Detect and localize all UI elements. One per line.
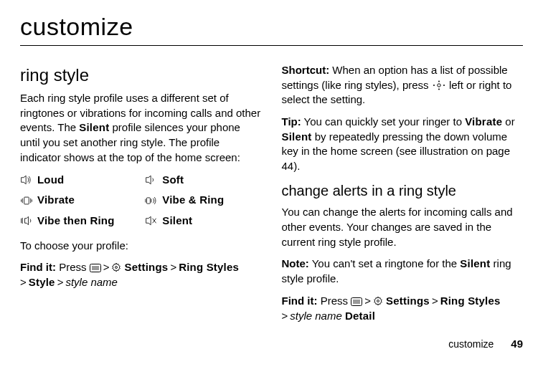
style-label: Loud: [37, 173, 64, 188]
silent-icon: [145, 216, 158, 226]
path-ring-styles: Ring Styles: [179, 261, 239, 273]
path-ring-styles: Ring Styles: [440, 295, 501, 307]
tip-para: Tip: You can quickly set your ringer to …: [282, 115, 524, 174]
right-column: Shortcut: When an option has a list of p…: [282, 63, 524, 330]
sep: >: [430, 295, 440, 307]
page-number: 49: [511, 338, 523, 350]
tip-or: or: [502, 115, 515, 128]
left-column: ring style Each ring style profile uses …: [20, 63, 262, 330]
press-word: Press: [56, 261, 90, 273]
find-it-left: Find it: Press > Settings>Ring Styles>St…: [20, 260, 262, 290]
vibe-ring-icon: [145, 196, 158, 206]
choose-profile-text: To choose your profile:: [20, 239, 262, 254]
note-silent: Silent: [460, 257, 490, 269]
change-alerts-heading: change alerts in a ring style: [282, 181, 524, 201]
sep: >: [101, 261, 112, 273]
note-para: Note: You can't set a ringtone for the S…: [282, 257, 524, 286]
find-it-label: Find it:: [20, 261, 56, 273]
title-rule: [20, 45, 523, 46]
path-style-name: style name: [65, 276, 118, 288]
press-word: Press: [317, 295, 351, 307]
footer-section: customize: [448, 338, 494, 350]
style-vibe-then-ring: Vibe then Ring: [20, 214, 136, 229]
sep: >: [362, 295, 373, 307]
path-style-name: style name: [290, 310, 342, 322]
style-label: Vibe & Ring: [162, 193, 224, 208]
settings-icon: [373, 296, 383, 306]
vibe-then-ring-icon: [20, 216, 33, 226]
menu-key-icon: [351, 297, 362, 306]
style-silent: Silent: [145, 214, 261, 229]
ring-styles-grid: Loud Soft Vibrate Vibe & Ring Vibe then …: [20, 173, 262, 229]
vibrate-icon: [20, 196, 33, 206]
soft-icon: [145, 175, 158, 185]
style-label: Vibrate: [37, 193, 75, 208]
style-loud: Loud: [20, 173, 136, 188]
tip-silent: Silent: [282, 130, 312, 143]
shortcut-para: Shortcut: When an option has a list of p…: [282, 63, 524, 107]
tip-label: Tip:: [282, 115, 301, 128]
style-label: Silent: [162, 214, 192, 229]
nav-key-icon: [432, 80, 446, 90]
tip-a: You can quickly set your ringer to: [301, 115, 465, 128]
style-soft: Soft: [145, 173, 261, 188]
style-label: Vibe then Ring: [37, 214, 115, 229]
loud-icon: [20, 175, 33, 185]
path-settings: Settings: [386, 295, 430, 307]
sep: >: [282, 310, 291, 322]
path-style: Style: [29, 276, 55, 288]
sep: >: [20, 276, 29, 288]
sep: >: [168, 261, 179, 273]
ring-style-intro: Each ring style profile uses a different…: [20, 91, 262, 165]
shortcut-label: Shortcut:: [282, 64, 330, 76]
path-settings: Settings: [125, 261, 169, 273]
page-title: customize: [20, 13, 523, 41]
style-vibrate: Vibrate: [20, 193, 136, 208]
note-a: You can't set a ringtone for the: [309, 257, 461, 269]
ring-style-heading: ring style: [20, 63, 262, 87]
tip-vibrate: Vibrate: [465, 115, 502, 128]
change-alerts-intro: You can change the alerts for incoming c…: [282, 205, 524, 249]
tip-b: by repeatedly pressing the down volume k…: [282, 130, 511, 172]
settings-icon: [111, 262, 121, 272]
path-detail: Detail: [345, 310, 375, 322]
find-it-label: Find it:: [282, 295, 318, 307]
style-label: Soft: [162, 173, 184, 188]
content-columns: ring style Each ring style profile uses …: [20, 63, 523, 330]
silent-word: Silent: [79, 121, 109, 133]
find-it-right: Find it: Press > Settings>Ring Styles>st…: [282, 294, 524, 323]
page-footer: customize 49: [20, 338, 523, 350]
menu-key-icon: [90, 264, 101, 272]
style-vibe-ring: Vibe & Ring: [145, 193, 261, 208]
sep: >: [55, 276, 66, 288]
note-label: Note:: [282, 257, 309, 269]
